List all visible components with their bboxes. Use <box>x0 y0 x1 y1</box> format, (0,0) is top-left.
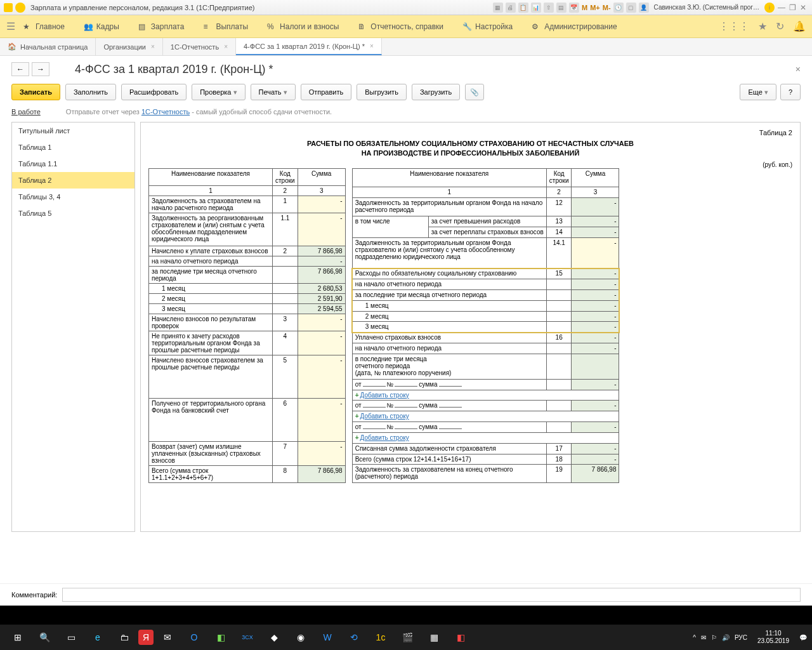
menu-settings[interactable]: 🔧Настройка <box>462 22 513 31</box>
star-icon[interactable]: ★ <box>758 20 767 32</box>
app-outlook[interactable]: O <box>181 628 207 647</box>
nav-title-page[interactable]: Титульный лист <box>12 123 134 139</box>
menu-payments[interactable]: ≡Выплаты <box>203 22 248 31</box>
memory-mminus[interactable]: M- <box>603 4 611 11</box>
plus-icon[interactable]: + <box>355 434 359 441</box>
comment-input[interactable] <box>62 588 801 602</box>
status-label[interactable]: В работе <box>11 108 41 116</box>
nav-table-3-4[interactable]: Таблицы 3, 4 <box>12 189 134 205</box>
search-button[interactable]: 🔍 <box>32 628 57 647</box>
tray-volume-icon[interactable]: 🔊 <box>722 634 730 641</box>
more-button[interactable]: Еще <box>740 84 776 100</box>
add-row-link[interactable]: Добавить строку <box>360 392 409 399</box>
print-button[interactable]: Печать <box>251 84 296 100</box>
app-teamviewer[interactable]: ⟲ <box>341 628 367 647</box>
toolbar-icon[interactable]: 📋 <box>518 3 528 13</box>
app-icon[interactable]: ◆ <box>261 628 287 647</box>
plus-icon[interactable]: + <box>355 392 359 399</box>
tray-clock[interactable]: 11:1023.05.2019 <box>757 630 789 645</box>
nav-table-5[interactable]: Таблица 5 <box>12 205 134 222</box>
help-icon[interactable]: i <box>764 3 775 13</box>
toolbar-icon[interactable]: ▦ <box>493 3 503 13</box>
nav-table-1-1[interactable]: Таблица 1.1 <box>12 156 134 172</box>
page-title: 4-ФСС за 1 квартал 2019 г. (Крон-Ц) * <box>75 63 273 76</box>
menu-taxes[interactable]: %Налоги и взносы <box>267 22 339 31</box>
calendar-icon[interactable]: 📅 <box>569 3 579 13</box>
apps-icon[interactable]: ⋮⋮⋮ <box>719 20 749 32</box>
history-icon[interactable]: ↻ <box>776 20 784 32</box>
close-icon[interactable]: × <box>151 43 155 50</box>
1c-report-link[interactable]: 1С-Отчетность <box>141 108 190 116</box>
box-icon[interactable]: ▢ <box>626 3 636 13</box>
add-row-link[interactable]: Добавить строку <box>360 413 409 420</box>
tab-home[interactable]: 🏠Начальная страница <box>0 38 96 55</box>
back-button[interactable]: ← <box>11 62 29 76</box>
app-mail[interactable]: ✉ <box>155 628 180 647</box>
taskview-button[interactable]: ▭ <box>58 628 84 647</box>
tray-up-icon[interactable]: ^ <box>693 634 696 641</box>
minimize-button[interactable]: — <box>778 3 785 12</box>
page-header: ← → 4-ФСС за 1 квартал 2019 г. (Крон-Ц) … <box>0 56 812 79</box>
decode-button[interactable]: Расшифровать <box>121 84 187 100</box>
memory-m[interactable]: M <box>582 4 587 11</box>
app-icon[interactable]: ◧ <box>208 628 233 647</box>
app-icon[interactable]: ◧ <box>448 628 473 647</box>
tray-notifications-icon[interactable]: 💬 <box>799 634 807 641</box>
toolbar-icon[interactable]: ⇧ <box>544 3 554 13</box>
burger-icon[interactable]: ☰ <box>6 20 15 32</box>
forward-button[interactable]: → <box>32 62 49 76</box>
fill-button[interactable]: Заполнить <box>65 84 116 100</box>
close-button[interactable]: ✕ <box>800 3 806 12</box>
app-edge[interactable]: e <box>85 628 110 647</box>
user-label[interactable]: Савинская З.Ю. (Системный прог… <box>654 4 759 11</box>
tray-lang[interactable]: РУС <box>735 634 747 641</box>
app-movie[interactable]: 🎬 <box>395 628 420 647</box>
clock-icon[interactable]: 🕓 <box>613 3 624 13</box>
write-button[interactable]: Записать <box>11 84 60 100</box>
tab-orgs[interactable]: Организации× <box>96 38 162 55</box>
menu-kadry[interactable]: 👥Кадры <box>84 22 119 31</box>
toolbar-icon[interactable]: ▤ <box>556 3 566 13</box>
page-close-button[interactable]: × <box>796 64 801 74</box>
doc-icon: 🗎 <box>358 22 367 31</box>
app-logo-icon <box>4 3 13 12</box>
check-button[interactable]: Проверка <box>192 84 245 100</box>
bell-icon[interactable]: 🔔 <box>793 20 806 32</box>
send-button[interactable]: Отправить <box>301 84 352 100</box>
user-icon: 👤 <box>639 3 649 13</box>
info-line: В работе Отправьте отчет через 1С-Отчетн… <box>0 105 812 122</box>
gear-icon: ⚙ <box>532 22 540 31</box>
memory-mplus[interactable]: M+ <box>590 4 600 11</box>
menu-main[interactable]: ★Главное <box>23 22 65 31</box>
tab-4fss[interactable]: 4-ФСС за 1 квартал 2019 г. (Крон-Ц) *× <box>236 38 382 55</box>
menu-salary[interactable]: ▤Зарплата <box>138 22 185 31</box>
app-explorer[interactable]: 🗀 <box>112 628 137 647</box>
app-icon[interactable]: ◉ <box>288 628 313 647</box>
plus-icon[interactable]: + <box>355 413 359 420</box>
tray-icon[interactable]: ⚐ <box>711 634 717 641</box>
document-area[interactable]: Таблица 2 РАСЧЕТЫ ПО ОБЯЗАТЕЛЬНОМУ СОЦИА… <box>140 122 801 532</box>
dropdown-icon[interactable] <box>15 3 25 13</box>
app-icon[interactable]: ▦ <box>421 628 447 647</box>
toolbar-icon[interactable]: 📊 <box>531 3 541 13</box>
app-yandex[interactable]: Я <box>138 630 154 645</box>
toolbar-icon[interactable]: 🖨 <box>506 3 516 13</box>
add-row-link[interactable]: Добавить строку <box>360 434 409 441</box>
app-1c[interactable]: 1c <box>368 628 393 647</box>
maximize-button[interactable]: ❐ <box>789 3 796 12</box>
help-button[interactable]: ? <box>780 84 801 100</box>
menu-reports[interactable]: 🗎Отчетность, справки <box>358 22 443 31</box>
export-button[interactable]: Выгрузить <box>357 84 407 100</box>
attach-button[interactable]: 📎 <box>465 84 484 100</box>
nav-table-2[interactable]: Таблица 2 <box>12 172 134 189</box>
tray-icon[interactable]: ✉ <box>701 634 706 641</box>
app-word[interactable]: W <box>315 628 340 647</box>
tab-1c-report[interactable]: 1С-Отчетность× <box>163 38 236 55</box>
app-3cx[interactable]: 3CX <box>235 628 260 647</box>
start-button[interactable]: ⊞ <box>5 628 30 647</box>
close-icon[interactable]: × <box>224 43 228 50</box>
import-button[interactable]: Загрузить <box>412 84 460 100</box>
nav-table-1[interactable]: Таблица 1 <box>12 139 134 156</box>
close-icon[interactable]: × <box>370 43 374 50</box>
menu-admin[interactable]: ⚙Администрирование <box>532 22 617 31</box>
